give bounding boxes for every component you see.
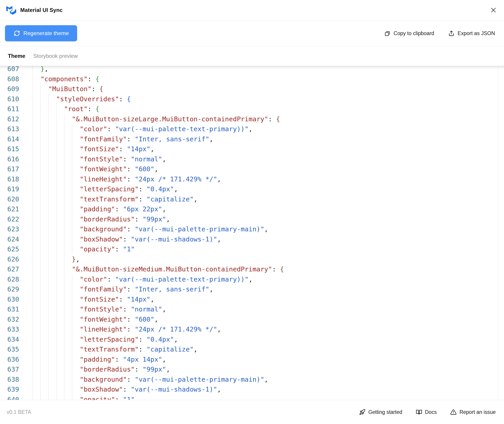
indent-guide <box>64 204 64 214</box>
code-token-p: , <box>248 275 252 283</box>
close-button[interactable] <box>489 6 498 14</box>
copy-to-clipboard-label: Copy to clipboard <box>393 30 434 37</box>
indent-guide <box>48 234 49 244</box>
indent-guide <box>56 194 56 204</box>
code-token-p: : <box>123 235 131 243</box>
code-token-bu: { <box>127 95 131 103</box>
indent-guide <box>64 224 64 234</box>
code-line: 625"opacity": "1" <box>0 244 504 254</box>
indent-guide <box>33 214 33 224</box>
code-line-content: }, <box>33 66 504 74</box>
indent-guide <box>72 154 72 164</box>
code-line: 635"textTransform": "capitalize", <box>0 344 504 355</box>
indent-guide <box>56 234 56 244</box>
tab-storybook-preview[interactable]: Storybook preview <box>33 53 78 59</box>
indent-guide <box>72 174 72 184</box>
line-number: 632 <box>0 314 19 324</box>
indent-guide <box>64 114 64 124</box>
getting-started-link[interactable]: Getting started <box>359 409 402 415</box>
indent-guide <box>48 134 49 144</box>
indent-guide <box>56 154 56 164</box>
code-token-k: "fontStyle" <box>80 155 123 163</box>
indent-guide <box>56 324 56 334</box>
scrollbar-track[interactable] <box>498 66 498 400</box>
code-line: 624"boxShadow": "var(--mui-shadows-1)", <box>0 234 504 244</box>
code-line: 612"&.MuiButton-sizeLarge.MuiButton-cont… <box>0 114 504 124</box>
indent-guide <box>48 214 49 224</box>
code-line: 637"borderRadius": "99px", <box>0 364 504 374</box>
indent-guide <box>56 364 56 374</box>
indent-guide <box>64 234 64 244</box>
indent-guide <box>64 294 64 305</box>
indent-guide <box>48 194 49 204</box>
code-token-p: , <box>209 285 213 293</box>
code-token-s: "4px 14px" <box>123 355 162 363</box>
code-token-k: "color" <box>80 275 107 283</box>
copy-to-clipboard-button[interactable]: Copy to clipboard <box>384 30 434 37</box>
line-number: 631 <box>0 304 19 314</box>
indent-guide <box>33 284 33 294</box>
copy-icon <box>384 30 390 37</box>
code-token-s: "600" <box>135 165 154 173</box>
code-line-content: "padding": "6px 22px", <box>33 204 504 214</box>
code-token-s: "14px" <box>127 295 150 303</box>
code-line-content: "boxShadow": "var(--mui-shadows-1)", <box>33 234 504 244</box>
line-number: 619 <box>0 184 19 194</box>
code-line-content: "textTransform": "capitalize", <box>33 344 504 355</box>
export-as-json-button[interactable]: Export as JSON <box>448 30 495 37</box>
rocket-icon <box>359 409 365 415</box>
code-line: 628"color": "var(--mui-palette-text-prim… <box>0 274 504 284</box>
indent-guide <box>48 334 49 344</box>
theme-code-editor[interactable]: 607},608"components": {609"MuiButton": {… <box>0 66 504 400</box>
indent-guide <box>72 124 72 134</box>
indent-guide <box>33 344 33 355</box>
indent-guide <box>64 214 64 224</box>
code-token-s: "1" <box>123 245 135 253</box>
code-token-k: "&.MuiButton-sizeMedium.MuiButton-contai… <box>72 265 272 273</box>
code-token-p: , <box>76 256 80 263</box>
indent-guide <box>72 224 72 234</box>
code-token-p: : <box>127 165 135 173</box>
indent-guide <box>48 124 49 134</box>
header: Material UI Sync <box>0 0 504 20</box>
line-number: 612 <box>0 114 19 124</box>
code-token-p: , <box>264 376 268 383</box>
code-line-content: "opacity": "1" <box>33 394 504 400</box>
indent-guide <box>48 274 49 284</box>
code-token-k: "&.MuiButton-sizeLarge.MuiButton-contain… <box>72 115 268 123</box>
regenerate-theme-button[interactable]: Regenerate theme <box>5 25 77 41</box>
indent-guide <box>56 114 56 124</box>
indent-guide <box>64 324 64 334</box>
code-line: 636"padding": "4px 14px", <box>0 355 504 365</box>
line-number: 636 <box>0 355 19 365</box>
tab-theme[interactable]: Theme <box>8 53 25 59</box>
docs-link[interactable]: Docs <box>416 409 437 415</box>
line-number: 623 <box>0 224 19 234</box>
code-token-p: : <box>119 295 127 303</box>
code-token-s: "var(--mui-palette-primary-main)" <box>135 376 264 383</box>
indent-guide <box>48 344 49 355</box>
line-number: 635 <box>0 344 19 355</box>
indent-guide <box>33 364 33 374</box>
code-token-p: , <box>154 165 158 173</box>
code-line-content: "color": "var(--mui-palette-text-primary… <box>33 274 504 284</box>
code-token-k: "background" <box>80 376 127 383</box>
line-number: 617 <box>0 164 19 174</box>
app-title: Material UI Sync <box>20 7 63 13</box>
indent-guide <box>56 254 56 264</box>
indent-guide <box>33 154 33 164</box>
code-token-k: "components" <box>41 75 88 83</box>
code-line-content: "background": "var(--mui-palette-primary… <box>33 224 504 234</box>
indent-guide <box>48 104 49 114</box>
indent-guide <box>64 174 64 184</box>
report-an-issue-link[interactable]: Report an issue <box>450 409 496 415</box>
line-number: 608 <box>0 74 19 84</box>
indent-guide <box>72 244 72 254</box>
indent-guide <box>56 334 56 344</box>
code-token-k: "padding" <box>80 205 115 213</box>
indent-guide <box>56 264 56 274</box>
indent-guide <box>64 154 64 164</box>
code-token-k: "padding" <box>80 355 115 363</box>
code-line-content: "background": "var(--mui-palette-primary… <box>33 374 504 385</box>
indent-guide <box>64 364 64 374</box>
